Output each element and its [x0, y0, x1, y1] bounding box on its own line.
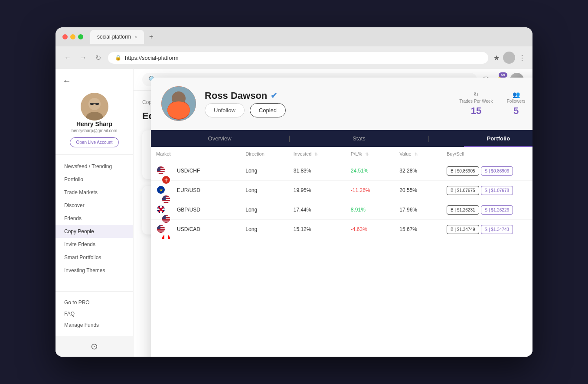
followers-stat: 👥 Followers 5	[507, 91, 526, 117]
sidebar-item-smart-portfolios[interactable]: Smart Portfolios	[56, 251, 133, 264]
copied-button[interactable]: Copied	[250, 103, 286, 117]
lock-icon: 🔒	[115, 55, 121, 61]
logout-button[interactable]: ⊙	[56, 336, 133, 357]
browser-actions: ★ ⋮	[493, 52, 526, 64]
ch-flag-icon	[161, 175, 171, 185]
table-body: USD/CHF Long 31.83% 24.51% 32.28% B | $0…	[151, 161, 532, 239]
col-invested: Invested ⇅	[288, 147, 346, 161]
refresh-nav-button[interactable]: ↻	[94, 52, 103, 64]
sell-button[interactable]: S | $1.26226	[481, 205, 513, 215]
tab-bar: social-platform × +	[90, 30, 526, 44]
col-pl: P/L% ⇅	[346, 147, 395, 161]
us-flag-icon	[156, 224, 166, 234]
sidebar-item-discover[interactable]: Discover	[56, 199, 133, 212]
faq-link[interactable]: FAQ	[56, 308, 133, 319]
direction-cell: Long	[240, 161, 288, 181]
bookmark-icon[interactable]: ★	[493, 54, 500, 62]
value-cell: 20.55%	[394, 181, 441, 200]
uk-flag-icon	[156, 205, 166, 214]
market-cell: USD/CHF	[151, 161, 240, 181]
eu-flag-icon	[156, 185, 166, 195]
sidebar: ← Henry Sharp henrysharp@gmail.com Op	[56, 69, 134, 357]
sell-button[interactable]: S | $1.07678	[481, 186, 513, 195]
sidebar-item-friends[interactable]: Friends	[56, 212, 133, 225]
buy-button[interactable]: B | $1.07675	[447, 186, 479, 195]
svg-point-1	[86, 112, 103, 120]
portfolio-table: Market Direction Invested ⇅ P/L% ⇅ Value…	[151, 147, 532, 239]
buysell-cell: B | $0.86905 S | $0.86906	[441, 161, 532, 181]
maximize-button[interactable]	[78, 34, 83, 39]
sidebar-item-trade-markets[interactable]: Trade Markets	[56, 186, 133, 199]
user-avatar	[81, 93, 108, 120]
value-cell: 32.28%	[394, 161, 441, 181]
invested-cell: 31.83%	[288, 161, 346, 181]
trades-value: 15	[459, 105, 493, 117]
close-button[interactable]	[62, 34, 68, 39]
buy-button[interactable]: B | $0.86905	[447, 166, 479, 176]
trades-label: Trades Per Week	[459, 99, 493, 104]
unfollow-button[interactable]: Unfollow	[205, 103, 245, 117]
buy-button[interactable]: B | $1.26231	[447, 205, 479, 215]
notification-badge: 59	[499, 72, 507, 78]
sidebar-item-copy-people[interactable]: Copy People	[56, 225, 133, 238]
market-name: EUR/USD	[177, 187, 200, 193]
sell-button[interactable]: S | $0.86906	[481, 166, 513, 176]
logout-icon: ⊙	[91, 341, 98, 351]
address-bar[interactable]: 🔒 https://social-platform	[108, 52, 488, 64]
sidebar-item-investing-themes[interactable]: Investing Themes	[56, 264, 133, 277]
go-to-pro-link[interactable]: Go to PRO	[56, 297, 133, 308]
sell-button[interactable]: S | $1.34743	[481, 225, 513, 234]
invested-cell: 15.12%	[288, 220, 346, 239]
svg-rect-3	[90, 103, 94, 105]
value-cell: 15.67%	[394, 220, 441, 239]
market-name: USD/CHF	[177, 168, 200, 174]
table-row: EUR/USD Long 19.95% -11.26% 20.55% B | $…	[151, 181, 532, 200]
browser-profile-avatar[interactable]	[503, 52, 515, 64]
browser-tab[interactable]: social-platform ×	[90, 30, 144, 44]
url-text: https://social-platform	[125, 55, 179, 61]
minimize-button[interactable]	[70, 34, 75, 39]
us-flag-icon	[161, 195, 171, 204]
table-row: USD/CAD Long 15.12% -4.63% 15.67% B | $1…	[151, 220, 532, 239]
app-container: ← Henry Sharp henrysharp@gmail.com Op	[56, 69, 532, 357]
us-flag-icon	[156, 166, 166, 175]
sidebar-item-portfolio[interactable]: Portfolio	[56, 173, 133, 186]
invested-cell: 19.95%	[288, 181, 346, 200]
title-bar: social-platform × +	[56, 27, 532, 46]
forward-nav-button[interactable]: →	[78, 52, 88, 63]
sidebar-item-invite-friends[interactable]: Invite Friends	[56, 238, 133, 251]
browser-menu-icon[interactable]: ⋮	[519, 54, 526, 62]
tab-portfolio[interactable]: Portfolio	[430, 130, 532, 147]
buy-button[interactable]: B | $1.34749	[447, 225, 479, 234]
tab-close-icon[interactable]: ×	[134, 35, 137, 39]
popup-verified-icon: ✔	[271, 91, 277, 101]
invested-cell: 17.44%	[288, 200, 346, 220]
popup-trader-info: Ross Dawson ✔ Unfollow Copied	[205, 90, 286, 117]
table-row: USD/CHF Long 31.83% 24.51% 32.28% B | $0…	[151, 161, 532, 181]
table-row: GBP/USD Long 17.44% 8.91% 17.96% B | $1.…	[151, 200, 532, 220]
sidebar-footer: Go to PRO FAQ Manage Funds	[56, 291, 133, 336]
sidebar-item-newsfeed[interactable]: Newsfeed / Trending	[56, 160, 133, 173]
buysell-cell: B | $1.34749 S | $1.34743	[441, 220, 532, 239]
market-name: USD/CAD	[177, 226, 200, 232]
open-live-account-button[interactable]: Open Live Account	[70, 137, 119, 147]
popup-tabs: Overview | Stats | Portfolio	[151, 130, 532, 147]
profile-popup: Ross Dawson ✔ Unfollow Copied ↻ Trades P…	[151, 78, 532, 357]
buysell-cell: B | $1.26231 S | $1.26226	[441, 200, 532, 220]
pl-cell: 24.51%	[346, 161, 395, 181]
sidebar-profile: Henry Sharp henrysharp@gmail.com Open Li…	[56, 93, 133, 155]
ca-flag-icon	[161, 234, 171, 239]
popup-body: Market Direction Invested ⇅ P/L% ⇅ Value…	[151, 147, 532, 239]
sidebar-nav: Newsfeed / Trending Portfolio Trade Mark…	[56, 155, 133, 291]
pl-cell: 8.91%	[346, 200, 395, 220]
back-nav-button[interactable]: ←	[62, 52, 73, 63]
sidebar-back-button[interactable]: ←	[56, 69, 133, 93]
tab-stats[interactable]: Stats	[290, 130, 428, 147]
popup-header: Ross Dawson ✔ Unfollow Copied ↻ Trades P…	[151, 78, 532, 130]
tab-label: social-platform	[97, 34, 131, 40]
manage-funds-link[interactable]: Manage Funds	[56, 319, 133, 331]
new-tab-button[interactable]: +	[146, 33, 157, 41]
traffic-lights	[62, 34, 83, 39]
tab-overview[interactable]: Overview	[151, 130, 288, 147]
user-email: henrysharp@gmail.com	[72, 128, 118, 133]
